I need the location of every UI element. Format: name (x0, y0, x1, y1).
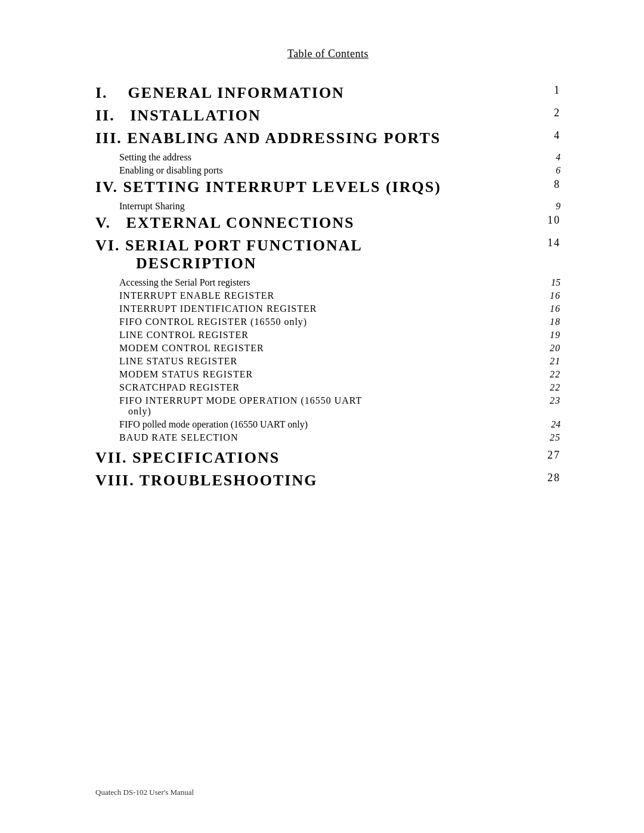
toc-label: LINE CONTROL REGISTER (119, 330, 543, 340)
toc-page: 8 (543, 178, 561, 191)
toc-page: 1 (543, 84, 561, 97)
toc-item: V. EXTERNAL CONNECTIONS 10 (95, 214, 561, 232)
toc-label: III. ENABLING AND ADDRESSING PORTS (95, 129, 543, 147)
toc-item: Interrupt Sharing 9 (119, 201, 561, 212)
toc-label: Enabling or disabling ports (119, 165, 543, 176)
toc-item: VII. SPECIFICATIONS 27 (95, 449, 561, 467)
toc-item: VI. SERIAL PORT FUNCTIONAL DESCRIPTION 1… (95, 237, 561, 272)
toc-label: VI. SERIAL PORT FUNCTIONAL DESCRIPTION (95, 237, 543, 272)
toc-container: I. GENERAL INFORMATION 1 II. INSTALLATIO… (95, 84, 561, 490)
toc-label: MODEM STATUS REGISTER (119, 369, 543, 380)
toc-label: I. GENERAL INFORMATION (95, 84, 543, 102)
toc-item: FIFO INTERRUPT MODE OPERATION (16550 UAR… (119, 395, 561, 417)
toc-label: MODEM CONTROL REGISTER (119, 343, 543, 354)
toc-page: 10 (543, 214, 561, 227)
toc-item: MODEM STATUS REGISTER 22 (119, 369, 561, 380)
toc-item: FIFO polled mode operation (16550 UART o… (119, 419, 561, 430)
page: Table of Contents I. GENERAL INFORMATION… (0, 0, 644, 833)
toc-label: INTERRUPT IDENTIFICATION REGISTER (119, 304, 543, 314)
toc-page: 25 (543, 432, 561, 443)
toc-page: 24 (543, 419, 561, 430)
toc-label: Accessing the Serial Port registers (119, 277, 543, 288)
footer-text: Quatech DS-102 User's Manual (95, 788, 194, 797)
toc-label: LINE STATUS REGISTER (119, 356, 543, 367)
toc-item: INTERRUPT IDENTIFICATION REGISTER 16 (119, 304, 561, 314)
toc-page: 14 (543, 237, 561, 249)
toc-label: II. INSTALLATION (95, 107, 543, 125)
toc-item: SCRATCHPAD REGISTER 22 (119, 382, 561, 393)
toc-label: VII. SPECIFICATIONS (95, 449, 543, 467)
toc-label: FIFO CONTROL REGISTER (16550 only) (119, 317, 543, 327)
toc-label: BAUD RATE SELECTION (119, 432, 543, 443)
toc-label: Interrupt Sharing (119, 201, 543, 212)
page-title: Table of Contents (95, 48, 561, 60)
toc-page: 16 (543, 304, 561, 314)
toc-item: III. ENABLING AND ADDRESSING PORTS 4 (95, 129, 561, 147)
toc-page: 4 (543, 129, 561, 142)
toc-page: 22 (543, 369, 561, 380)
toc-label: INTERRUPT ENABLE REGISTER (119, 290, 543, 301)
toc-item: MODEM CONTROL REGISTER 20 (119, 343, 561, 354)
toc-item: Enabling or disabling ports 6 (119, 165, 561, 176)
toc-page: 20 (543, 343, 561, 354)
toc-page: 15 (543, 277, 561, 288)
toc-item: LINE STATUS REGISTER 21 (119, 356, 561, 367)
toc-item: Accessing the Serial Port registers 15 (119, 277, 561, 288)
toc-item: Setting the address 4 (119, 152, 561, 163)
toc-label: IV. SETTING INTERRUPT LEVELS (IRQS) (95, 178, 543, 196)
toc-item: FIFO CONTROL REGISTER (16550 only) 18 (119, 317, 561, 327)
toc-label: VIII. TROUBLESHOOTING (95, 472, 543, 490)
toc-page: 21 (543, 356, 561, 367)
toc-page: 22 (543, 382, 561, 393)
toc-label: FIFO INTERRUPT MODE OPERATION (16550 UAR… (119, 395, 543, 417)
toc-page: 9 (543, 201, 561, 212)
toc-page: 6 (543, 165, 561, 176)
toc-item: IV. SETTING INTERRUPT LEVELS (IRQS) 8 (95, 178, 561, 196)
toc-page: 23 (543, 395, 561, 406)
toc-item: BAUD RATE SELECTION 25 (119, 432, 561, 443)
toc-item: I. GENERAL INFORMATION 1 (95, 84, 561, 102)
toc-label: V. EXTERNAL CONNECTIONS (95, 214, 543, 232)
toc-page: 27 (543, 449, 561, 462)
toc-label: FIFO polled mode operation (16550 UART o… (119, 419, 543, 430)
toc-label: Setting the address (119, 152, 543, 163)
toc-page: 19 (543, 330, 561, 340)
toc-item: VIII. TROUBLESHOOTING 28 (95, 472, 561, 490)
toc-page: 28 (543, 472, 561, 484)
toc-page: 2 (543, 107, 561, 119)
toc-page: 16 (543, 290, 561, 301)
toc-item: LINE CONTROL REGISTER 19 (119, 330, 561, 340)
toc-page: 18 (543, 317, 561, 327)
toc-page: 4 (543, 152, 561, 163)
toc-label: SCRATCHPAD REGISTER (119, 382, 543, 393)
toc-item: II. INSTALLATION 2 (95, 107, 561, 125)
toc-item: INTERRUPT ENABLE REGISTER 16 (119, 290, 561, 301)
